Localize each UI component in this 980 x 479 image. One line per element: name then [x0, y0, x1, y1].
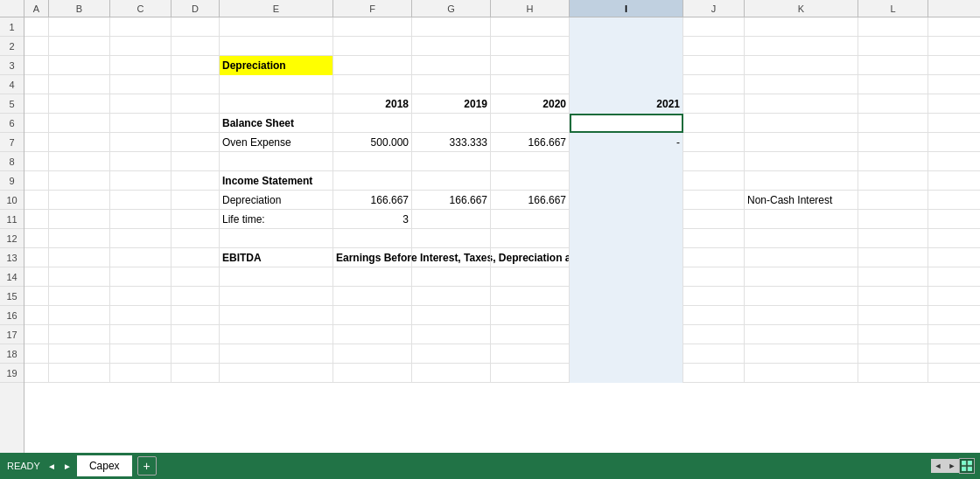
cell-l6[interactable] — [858, 114, 928, 133]
cell-f7[interactable]: 500.000 — [333, 133, 412, 152]
sheet-tab-capex[interactable]: Capex — [77, 455, 132, 476]
col-header-j[interactable]: J — [683, 0, 745, 17]
cell-i17[interactable] — [570, 325, 683, 344]
cell-b6[interactable] — [49, 114, 110, 133]
cell-f15[interactable] — [333, 287, 412, 306]
cell-f12[interactable] — [333, 229, 412, 248]
cell-k5[interactable] — [745, 94, 858, 114]
cell-f9[interactable] — [333, 171, 412, 191]
col-header-c[interactable]: C — [110, 0, 172, 17]
cell-f3[interactable] — [333, 56, 412, 75]
cell-c11[interactable] — [110, 210, 172, 229]
cell-j6[interactable] — [683, 114, 745, 133]
cell-i12[interactable] — [570, 229, 683, 248]
cell-d4[interactable] — [172, 75, 220, 94]
cell-d19[interactable] — [172, 364, 220, 383]
cell-k18[interactable] — [745, 344, 858, 364]
cell-c5[interactable] — [110, 94, 172, 114]
cell-e14[interactable] — [220, 267, 333, 287]
cell-l17[interactable] — [858, 325, 928, 344]
cell-a3[interactable] — [24, 56, 49, 75]
cell-f14[interactable] — [333, 267, 412, 287]
cell-l12[interactable] — [858, 229, 928, 248]
grid[interactable]: Depreciation2018201920202021Balance Shee… — [24, 17, 980, 453]
cell-l13[interactable] — [858, 248, 928, 267]
cell-b10[interactable] — [49, 191, 110, 210]
cell-k1[interactable] — [745, 17, 858, 37]
cell-a6[interactable] — [24, 114, 49, 133]
cell-c2[interactable] — [110, 37, 172, 56]
cell-d5[interactable] — [172, 94, 220, 114]
cell-c17[interactable] — [110, 325, 172, 344]
cell-i11[interactable] — [570, 210, 683, 229]
col-header-l[interactable]: L — [858, 0, 928, 17]
cell-b15[interactable] — [49, 287, 110, 306]
cell-a8[interactable] — [24, 152, 49, 171]
cell-d3[interactable] — [172, 56, 220, 75]
cell-i19[interactable] — [570, 364, 683, 383]
cell-e7[interactable]: Oven Expense — [220, 133, 333, 152]
cell-d1[interactable] — [172, 17, 220, 37]
cell-i18[interactable] — [570, 344, 683, 364]
cell-b14[interactable] — [49, 267, 110, 287]
cell-g5[interactable]: 2019 — [412, 94, 491, 114]
cell-b5[interactable] — [49, 94, 110, 114]
cell-e9[interactable]: Income Statement — [220, 171, 333, 191]
cell-g8[interactable] — [412, 152, 491, 171]
scroll-right-btn[interactable]: ► — [945, 459, 959, 473]
col-header-e[interactable]: E — [220, 0, 333, 17]
cell-i7[interactable]: - — [570, 133, 683, 152]
cell-g13[interactable] — [412, 248, 491, 267]
cell-g6[interactable] — [412, 114, 491, 133]
cell-e2[interactable] — [220, 37, 333, 56]
cell-k13[interactable] — [745, 248, 858, 267]
cell-d7[interactable] — [172, 133, 220, 152]
cell-k17[interactable] — [745, 325, 858, 344]
cell-e5[interactable] — [220, 94, 333, 114]
cell-b1[interactable] — [49, 17, 110, 37]
cell-e8[interactable] — [220, 152, 333, 171]
cell-l8[interactable] — [858, 152, 928, 171]
cell-i2[interactable] — [570, 37, 683, 56]
cell-c10[interactable] — [110, 191, 172, 210]
cell-h5[interactable]: 2020 — [491, 94, 570, 114]
add-sheet-button[interactable]: + — [137, 456, 157, 476]
cell-d13[interactable] — [172, 248, 220, 267]
cell-b4[interactable] — [49, 75, 110, 94]
cell-k11[interactable] — [745, 210, 858, 229]
cell-h11[interactable] — [491, 210, 570, 229]
cell-c8[interactable] — [110, 152, 172, 171]
cell-d2[interactable] — [172, 37, 220, 56]
cell-i10[interactable] — [570, 191, 683, 210]
cell-g15[interactable] — [412, 287, 491, 306]
cell-k7[interactable] — [745, 133, 858, 152]
cell-k14[interactable] — [745, 267, 858, 287]
cell-f10[interactable]: 166.667 — [333, 191, 412, 210]
cell-j19[interactable] — [683, 364, 745, 383]
cell-e4[interactable] — [220, 75, 333, 94]
col-header-d[interactable]: D — [172, 0, 220, 17]
cell-b7[interactable] — [49, 133, 110, 152]
cell-h3[interactable] — [491, 56, 570, 75]
cell-h19[interactable] — [491, 364, 570, 383]
cell-d17[interactable] — [172, 325, 220, 344]
cell-g11[interactable] — [412, 210, 491, 229]
cell-b18[interactable] — [49, 344, 110, 364]
cell-l19[interactable] — [858, 364, 928, 383]
cell-k8[interactable] — [745, 152, 858, 171]
cell-a18[interactable] — [24, 344, 49, 364]
cell-j5[interactable] — [683, 94, 745, 114]
cell-l1[interactable] — [858, 17, 928, 37]
cell-l16[interactable] — [858, 306, 928, 325]
cell-j16[interactable] — [683, 306, 745, 325]
cell-k9[interactable] — [745, 171, 858, 191]
cell-e12[interactable] — [220, 229, 333, 248]
cell-l7[interactable] — [858, 133, 928, 152]
cell-c15[interactable] — [110, 287, 172, 306]
cell-k15[interactable] — [745, 287, 858, 306]
cell-f6[interactable] — [333, 114, 412, 133]
col-header-i[interactable]: I — [570, 0, 683, 17]
cell-i13[interactable] — [570, 248, 683, 267]
cell-b11[interactable] — [49, 210, 110, 229]
cell-j2[interactable] — [683, 37, 745, 56]
